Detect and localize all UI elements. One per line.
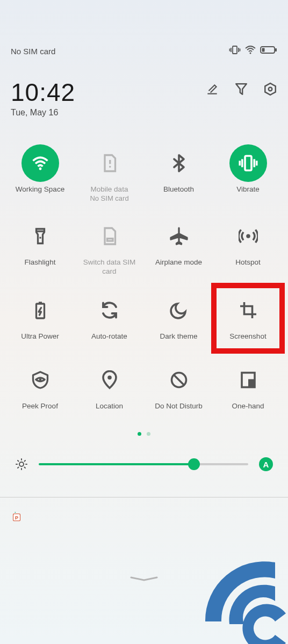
tile-mobile-data[interactable]: Mobile data No SIM card — [75, 140, 144, 213]
date-text: Tue, May 16 — [11, 108, 75, 118]
crop-icon — [229, 291, 267, 329]
tile-dark-theme[interactable]: Dark theme — [144, 287, 213, 357]
tile-one-hand[interactable]: One-hand — [213, 357, 283, 427]
svg-rect-30 — [248, 379, 255, 387]
quick-tiles-grid: Working Space Mobile data No SIM card Bl… — [0, 118, 288, 427]
svg-line-36 — [18, 460, 19, 462]
filter-icon[interactable] — [234, 82, 248, 96]
tile-label: Location — [96, 402, 123, 411]
tile-label: Bluetooth — [163, 185, 194, 194]
tile-label: Flashlight — [25, 258, 56, 267]
airplane-icon — [160, 217, 198, 255]
vibrate-icon — [229, 144, 267, 182]
svg-point-25 — [39, 378, 41, 381]
tile-label: Peek Proof — [22, 402, 58, 411]
svg-point-11 — [39, 167, 41, 170]
svg-rect-8 — [262, 48, 265, 52]
sim-status-text: No SIM card — [11, 47, 55, 56]
tile-label: Working Space — [16, 185, 64, 194]
tile-label: Ultra Power — [21, 332, 59, 341]
auto-brightness-toggle[interactable]: A — [259, 457, 273, 471]
tile-label: Airplane mode — [155, 258, 202, 267]
switch-sim-icon — [91, 217, 128, 255]
flashlight-icon — [21, 217, 59, 255]
svg-line-38 — [25, 460, 26, 462]
onehand-icon — [229, 361, 267, 399]
svg-line-39 — [18, 467, 19, 469]
divider — [0, 497, 288, 497]
svg-text:P: P — [15, 515, 18, 521]
eye-shield-icon — [21, 361, 59, 399]
svg-point-5 — [250, 53, 251, 54]
hotspot-icon — [229, 217, 267, 255]
brightness-icon — [15, 458, 28, 471]
tile-auto-rotate[interactable]: Auto-rotate — [75, 287, 144, 357]
tile-sublabel: No SIM card — [90, 194, 128, 203]
pager-dot-1[interactable] — [147, 432, 150, 436]
tile-flashlight[interactable]: Flashlight — [5, 213, 75, 287]
svg-point-13 — [109, 166, 111, 168]
battery-status-icon — [260, 46, 277, 56]
location-icon — [91, 361, 128, 399]
tile-label: Vibrate — [236, 185, 260, 194]
tile-vibrate[interactable]: Vibrate — [213, 140, 283, 213]
header-row: 10:42 Tue, May 16 — [0, 56, 288, 118]
bluetooth-icon — [160, 144, 198, 182]
settings-icon[interactable] — [263, 82, 277, 96]
svg-point-10 — [269, 87, 272, 91]
watermark-logo — [200, 557, 288, 644]
rotate-icon — [91, 291, 128, 329]
tile-working-space[interactable]: Working Space — [5, 140, 75, 213]
dnd-icon — [160, 361, 198, 399]
moon-icon — [160, 291, 198, 329]
tile-ultra-power[interactable]: Ultra Power — [5, 287, 75, 357]
tile-label: One-hand — [232, 402, 264, 411]
tile-screenshot[interactable]: Screenshot — [213, 287, 283, 357]
tile-label: Switch data SIM card — [77, 258, 142, 276]
header-actions — [205, 78, 277, 96]
brightness-slider-thumb[interactable] — [188, 458, 200, 470]
svg-marker-9 — [265, 83, 276, 95]
tile-dnd[interactable]: Do Not Disturb — [144, 357, 213, 427]
brightness-slider[interactable] — [39, 463, 248, 465]
svg-line-37 — [25, 467, 26, 469]
status-icons — [229, 46, 277, 56]
edit-icon[interactable] — [205, 82, 219, 96]
battery-icon — [21, 291, 59, 329]
svg-rect-14 — [245, 156, 251, 171]
tile-label: Hotspot — [235, 258, 261, 267]
tile-label: Screenshot — [229, 332, 266, 341]
time-text: 10:42 — [11, 78, 75, 107]
svg-rect-7 — [275, 48, 277, 52]
pager-dot-0[interactable] — [138, 432, 141, 436]
powerpoint-app-icon[interactable]: P — [13, 512, 21, 523]
svg-point-31 — [19, 462, 24, 466]
tile-airplane[interactable]: Airplane mode — [144, 213, 213, 287]
tile-location[interactable]: Location — [75, 357, 144, 427]
tile-label: Do Not Disturb — [155, 402, 203, 411]
swipe-handle[interactable] — [129, 574, 159, 577]
tile-peek-proof[interactable]: Peek Proof — [5, 357, 75, 427]
pager — [0, 427, 288, 452]
vibrate-status-icon — [229, 46, 241, 56]
tile-label: Mobile data — [91, 185, 128, 194]
sim-icon — [91, 144, 128, 182]
svg-point-26 — [107, 376, 112, 380]
svg-rect-21 — [107, 239, 113, 241]
brightness-row: A — [0, 452, 288, 486]
tile-bluetooth[interactable]: Bluetooth — [144, 140, 213, 213]
wifi-status-icon — [245, 46, 256, 56]
tile-label: Auto-rotate — [91, 332, 127, 341]
status-bar: No SIM card — [0, 0, 288, 56]
svg-rect-0 — [233, 46, 237, 54]
tile-hotspot[interactable]: Hotspot — [213, 213, 283, 287]
wifi-icon — [21, 144, 59, 182]
svg-point-22 — [246, 235, 250, 239]
clock: 10:42 Tue, May 16 — [11, 78, 75, 118]
tile-label: Dark theme — [160, 332, 198, 341]
svg-rect-24 — [39, 302, 42, 304]
svg-line-28 — [173, 375, 184, 386]
background-area: P — [0, 504, 288, 644]
tile-switch-sim[interactable]: Switch data SIM card — [75, 213, 144, 287]
